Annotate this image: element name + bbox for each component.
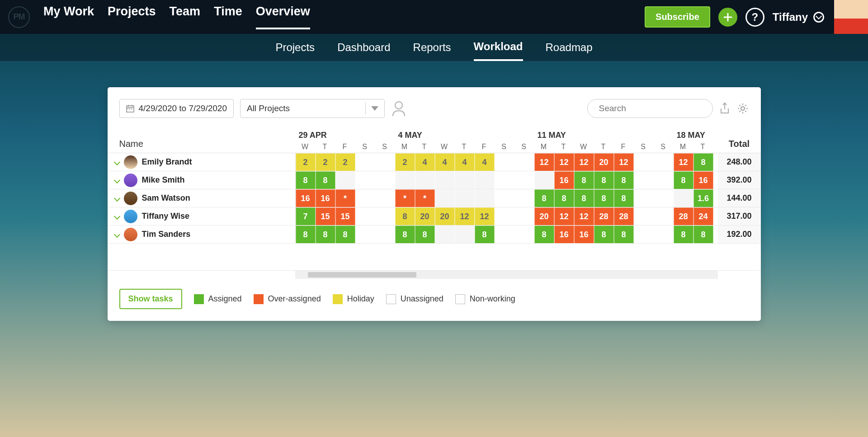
workload-cell[interactable]: 20 [534,207,554,225]
workload-cell[interactable]: 12 [455,207,475,225]
workload-cell[interactable] [375,171,395,189]
workload-cell[interactable] [435,189,455,207]
workload-cell[interactable]: 8 [594,171,614,189]
person-filter-button[interactable] [391,100,406,117]
horizontal-scrollbar[interactable] [295,271,718,279]
person-name[interactable]: Emily Brandt [142,157,192,167]
workload-cell[interactable]: 8 [614,189,634,207]
expand-toggle[interactable] [115,158,119,166]
workload-cell[interactable] [375,189,395,207]
topnav-link-overview[interactable]: Overview [256,5,310,29]
workload-cell[interactable]: 16 [693,171,713,189]
subnav-link-roadmap[interactable]: Roadmap [546,35,593,60]
name-column-header[interactable]: Name [108,129,295,153]
topnav-link-time[interactable]: Time [214,5,242,29]
workload-cell[interactable]: 16 [574,226,594,243]
subnav-link-projects[interactable]: Projects [275,35,315,60]
workload-cell[interactable]: 12 [674,153,693,171]
workload-cell[interactable] [475,189,495,207]
workload-cell[interactable] [455,226,475,243]
workload-cell[interactable] [355,226,375,243]
expand-toggle[interactable] [115,194,119,202]
workload-cell[interactable]: 15 [316,207,335,225]
subnav-link-dashboard[interactable]: Dashboard [337,35,390,60]
subnav-link-reports[interactable]: Reports [413,35,451,60]
topnav-link-team[interactable]: Team [170,5,201,29]
workload-cell[interactable] [654,189,674,207]
workload-cell[interactable]: 8 [554,189,574,207]
workload-cell[interactable]: 8 [296,171,316,189]
workload-cell[interactable] [495,226,514,243]
workload-cell[interactable] [355,171,375,189]
workload-cell[interactable]: 8 [415,226,435,243]
workload-cell[interactable] [375,207,395,225]
workload-cell[interactable]: 28 [594,207,614,225]
workload-cell[interactable] [514,171,534,189]
workload-cell[interactable]: 7 [296,207,316,225]
workload-cell[interactable]: 8 [674,226,693,243]
workload-cell[interactable]: 8 [614,226,634,243]
workload-cell[interactable] [514,207,534,225]
workload-cell[interactable]: 8 [335,226,355,243]
search-box[interactable] [587,99,713,118]
workload-cell[interactable] [455,189,475,207]
workload-cell[interactable]: 8 [316,226,335,243]
user-avatar[interactable] [834,0,868,34]
workload-cell[interactable]: 24 [693,207,713,225]
workload-cell[interactable]: 28 [614,207,634,225]
workload-cell[interactable]: 8 [693,153,713,171]
workload-cell[interactable] [654,171,674,189]
workload-cell[interactable] [514,189,534,207]
workload-cell[interactable]: 4 [435,153,455,171]
workload-cell[interactable]: 2 [296,153,316,171]
workload-cell[interactable]: 8 [693,226,713,243]
workload-cell[interactable]: 12 [534,153,554,171]
help-button[interactable]: ? [745,8,764,27]
workload-cell[interactable]: 16 [316,189,335,207]
workload-cell[interactable]: 8 [316,171,335,189]
date-range-picker[interactable]: 4/29/2020 to 7/29/2020 [119,99,234,118]
search-input[interactable] [599,103,706,113]
workload-cell[interactable] [495,189,514,207]
workload-cell[interactable]: 8 [534,226,554,243]
workload-cell[interactable]: 8 [594,189,614,207]
workload-cell[interactable]: * [395,189,415,207]
project-filter-select[interactable]: All Projects [240,99,385,118]
person-name[interactable]: Mike Smith [142,175,185,185]
workload-cell[interactable] [634,207,654,225]
workload-cell[interactable] [435,226,455,243]
subscribe-button[interactable]: Subscribe [645,6,710,28]
workload-cell[interactable] [654,207,674,225]
workload-cell[interactable]: 8 [395,226,415,243]
workload-cell[interactable]: 8 [475,226,495,243]
workload-cell[interactable]: 1.6 [693,189,713,207]
workload-cell[interactable] [395,171,415,189]
workload-cell[interactable] [634,153,654,171]
expand-toggle[interactable] [115,212,119,221]
workload-cell[interactable]: 12 [574,153,594,171]
show-tasks-button[interactable]: Show tasks [119,289,182,309]
workload-cell[interactable] [634,171,654,189]
workload-cell[interactable] [335,171,355,189]
workload-cell[interactable] [495,153,514,171]
workload-cell[interactable] [654,226,674,243]
workload-cell[interactable]: 4 [455,153,475,171]
workload-cell[interactable]: 2 [335,153,355,171]
user-menu-toggle[interactable] [813,12,824,23]
subnav-link-workload[interactable]: Workload [474,34,523,61]
workload-cell[interactable]: 8 [574,189,594,207]
workload-cell[interactable]: 4 [415,153,435,171]
workload-cell[interactable] [475,171,495,189]
settings-button[interactable] [736,102,749,115]
workload-cell[interactable]: 16 [554,171,574,189]
workload-cell[interactable]: 8 [395,207,415,225]
workload-cell[interactable] [455,171,475,189]
export-button[interactable] [719,102,730,115]
expand-toggle[interactable] [115,176,119,184]
workload-cell[interactable]: 16 [554,226,574,243]
workload-cell[interactable]: 8 [574,171,594,189]
workload-cell[interactable]: 20 [435,207,455,225]
workload-cell[interactable]: 8 [614,171,634,189]
workload-cell[interactable] [634,226,654,243]
add-button[interactable] [718,8,737,27]
